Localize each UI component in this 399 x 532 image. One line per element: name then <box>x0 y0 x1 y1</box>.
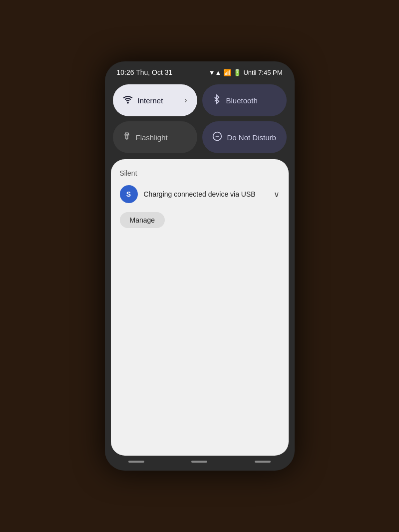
dnd-label: Do Not Disturb <box>227 133 276 142</box>
bluetooth-label: Bluetooth <box>226 96 258 105</box>
wifi-icon <box>123 94 133 107</box>
tile-dnd[interactable]: Do Not Disturb <box>202 121 287 153</box>
internet-chevron-icon: › <box>184 96 187 105</box>
flashlight-icon <box>123 131 131 144</box>
tile-flashlight[interactable]: Flashlight <box>113 121 197 153</box>
nav-home-icon[interactable] <box>191 461 207 463</box>
tile-internet-left: Internet <box>123 94 163 107</box>
bottom-nav <box>105 456 295 471</box>
manage-button[interactable]: Manage <box>120 212 165 228</box>
usb-label: Charging connected device via USB <box>144 190 268 198</box>
internet-label: Internet <box>138 96 163 105</box>
tile-internet[interactable]: Internet › <box>113 84 197 116</box>
card-panel: Silent S Charging connected device via U… <box>111 159 289 456</box>
nav-back-icon[interactable] <box>128 461 144 463</box>
battery-label: Until 7:45 PM <box>243 69 282 76</box>
battery-icon: 🔋 <box>233 69 241 76</box>
signal-icon: 📶 <box>223 69 231 76</box>
flashlight-label: Flashlight <box>136 133 168 142</box>
status-bar: 10:26 Thu, Oct 31 ▼▲ 📶 🔋 Until 7:45 PM <box>105 61 295 80</box>
status-icons: ▼▲ 📶 🔋 Until 7:45 PM <box>209 69 283 76</box>
usb-icon-circle: S <box>120 185 138 203</box>
bluetooth-icon <box>212 94 221 107</box>
dnd-icon <box>212 131 222 144</box>
svg-point-0 <box>127 102 128 103</box>
wifi-status-icon: ▼▲ <box>209 69 222 76</box>
quick-tiles: Internet › Bluetooth <box>105 80 295 159</box>
status-time: 10:26 Thu, Oct 31 <box>117 68 173 76</box>
nav-recents-icon[interactable] <box>255 461 271 463</box>
tile-bluetooth[interactable]: Bluetooth <box>202 84 287 116</box>
usb-row[interactable]: S Charging connected device via USB ∨ <box>120 185 280 203</box>
phone-frame: 10:26 Thu, Oct 31 ▼▲ 📶 🔋 Until 7:45 PM <box>105 61 295 471</box>
card-title: Silent <box>120 169 280 177</box>
svg-rect-1 <box>126 135 128 139</box>
phone-screen: 10:26 Thu, Oct 31 ▼▲ 📶 🔋 Until 7:45 PM <box>105 61 295 471</box>
usb-chevron-icon: ∨ <box>274 190 280 199</box>
